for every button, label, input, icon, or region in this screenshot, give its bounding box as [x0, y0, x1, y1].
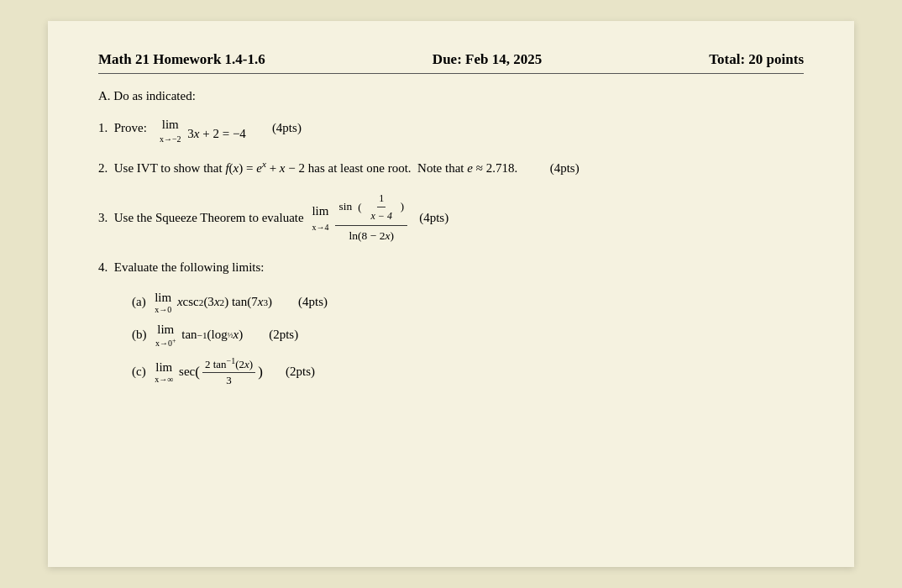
problem-2: 2. Use IVT to show that f(x) = ex + x − …	[98, 157, 804, 178]
section-a-label: A. Do as indicated:	[98, 89, 804, 103]
problem-4: 4. Evaluate the following limits:	[98, 258, 804, 277]
problem-1-pts: (4pts)	[263, 121, 302, 134]
homework-page: Math 21 Homework 1.4-1.6 Due: Feb 14, 20…	[48, 21, 854, 567]
problem-3: 3. Use the Squeeze Theorem to evaluate l…	[98, 191, 804, 244]
problem-3-text: 3. Use the Squeeze Theorem to evaluate l…	[98, 191, 448, 244]
problem-1-lim: lim x→−2 3x + 2 = −4	[160, 115, 246, 144]
problem-4c: (c) lim x→∞ sec ( 2 tan−1(2x) 3 ) (2pts)	[132, 356, 804, 387]
problem-4a: (a) lim x→0 x csc2(3x2) tan(7x3) (4pts)	[132, 291, 804, 314]
problem-4b: (b) lim x→0+ tan−1(log½ x) (2pts)	[132, 323, 804, 348]
header-divider	[98, 73, 804, 74]
problem-4c-label: (c) lim x→∞ sec ( 2 tan−1(2x) 3 ) (2pts)	[132, 356, 315, 387]
problem-1: 1. Prove: lim x→−2 3x + 2 = −4 (4pts)	[98, 115, 804, 144]
problem-1-number: 1. Prove:	[98, 121, 156, 134]
problem-4b-label: (b) lim x→0+ tan−1(log½ x) (2pts)	[132, 323, 298, 348]
problem-4a-label: (a) lim x→0 x csc2(3x2) tan(7x3) (4pts)	[132, 291, 328, 314]
header-title: Math 21 Homework 1.4-1.6	[98, 51, 265, 68]
header-due: Due: Feb 14, 2025	[433, 51, 542, 68]
problem-2-text: 2. Use IVT to show that f(x) = ex + x − …	[98, 161, 579, 175]
problem-4-text: 4. Evaluate the following limits:	[98, 260, 264, 274]
header: Math 21 Homework 1.4-1.6 Due: Feb 14, 20…	[98, 51, 804, 68]
header-total: Total: 20 points	[709, 51, 804, 68]
